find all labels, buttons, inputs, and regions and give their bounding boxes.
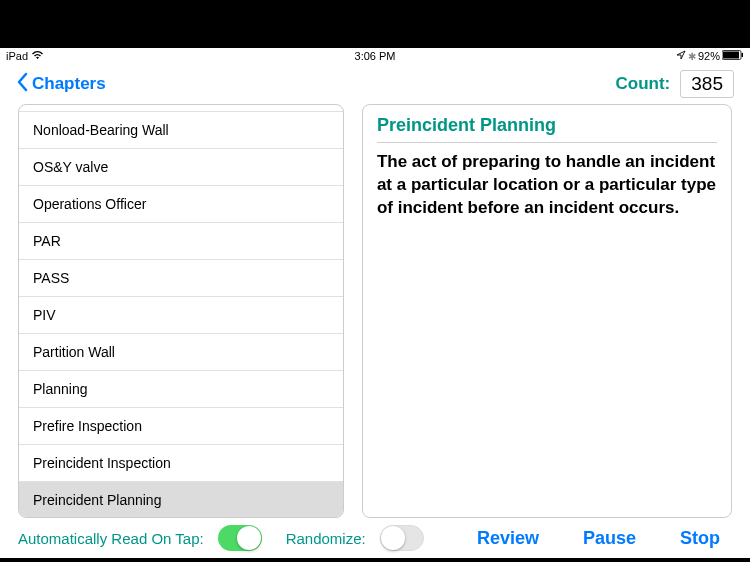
detail-body: The act of preparing to handle an incide… [377, 151, 717, 220]
battery-icon [722, 50, 744, 62]
list-item[interactable]: PAR [19, 223, 343, 260]
letterbox-bottom [0, 558, 750, 562]
pause-button[interactable]: Pause [571, 528, 648, 549]
status-time: 3:06 PM [355, 50, 396, 62]
main-content: Nonload-Bearing WallOS&Y valveOperations… [0, 104, 750, 518]
battery-pct: 92% [698, 50, 720, 62]
wifi-icon [31, 50, 44, 62]
list-item[interactable]: Operations Officer [19, 186, 343, 223]
auto-read-label: Automatically Read On Tap: [18, 530, 204, 547]
stop-button[interactable]: Stop [668, 528, 732, 549]
chevron-left-icon [16, 72, 28, 96]
list-item[interactable]: PASS [19, 260, 343, 297]
detail-panel: Preincident Planning The act of preparin… [362, 104, 732, 518]
status-bar: iPad 3:06 PM ✱ 92% [0, 48, 750, 64]
count-label: Count: [616, 74, 671, 94]
list-item[interactable]: Partition Wall [19, 334, 343, 371]
back-label: Chapters [32, 74, 106, 94]
list-item[interactable]: Nonload-Bearing Wall [19, 111, 343, 149]
nav-bar: Chapters Count: 385 [0, 64, 750, 104]
bluetooth-icon: ✱ [688, 51, 696, 62]
count-value: 385 [680, 70, 734, 98]
back-button[interactable]: Chapters [16, 72, 106, 96]
term-list[interactable]: Nonload-Bearing WallOS&Y valveOperations… [19, 109, 343, 517]
letterbox-top [0, 0, 750, 48]
svg-rect-1 [723, 52, 739, 59]
list-item[interactable]: OS&Y valve [19, 149, 343, 186]
randomize-toggle[interactable] [380, 525, 424, 551]
list-item[interactable]: Prefire Inspection [19, 408, 343, 445]
review-button[interactable]: Review [465, 528, 551, 549]
randomize-label: Randomize: [286, 530, 366, 547]
detail-title: Preincident Planning [377, 115, 717, 143]
location-icon [676, 50, 686, 62]
bottom-bar: Automatically Read On Tap: Randomize: Re… [0, 518, 750, 558]
svg-rect-2 [742, 53, 744, 57]
list-item[interactable]: Planning [19, 371, 343, 408]
list-item[interactable]: Preincident Inspection [19, 445, 343, 482]
list-panel: Nonload-Bearing WallOS&Y valveOperations… [18, 104, 344, 518]
auto-read-toggle[interactable] [218, 525, 262, 551]
device-label: iPad [6, 50, 28, 62]
list-item[interactable]: Preincident Planning [19, 482, 343, 517]
list-item[interactable]: PIV [19, 297, 343, 334]
